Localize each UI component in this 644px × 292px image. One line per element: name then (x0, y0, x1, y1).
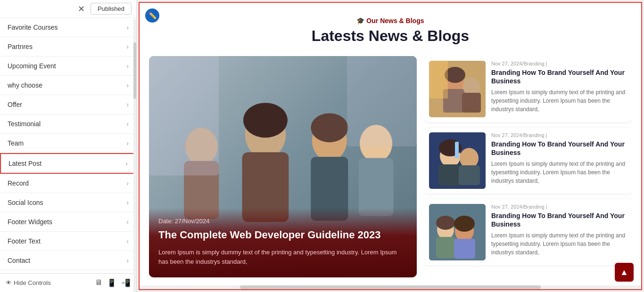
post-thumb-2 (429, 132, 486, 189)
news-grid: Date: 27/Nov/2024 The Complete Web Devel… (149, 56, 632, 277)
post-info-1: Nov 27, 2024/Branding | Branding How To … (491, 61, 627, 114)
sidebar-item-team[interactable]: Team › (0, 134, 136, 153)
desktop-icon[interactable]: 🖥 (95, 278, 102, 287)
featured-post-card[interactable]: Date: 27/Nov/2024 The Complete Web Devel… (149, 56, 417, 277)
sidebar-item-label: Contact (8, 257, 30, 264)
tablet-icon[interactable]: 📱 (107, 278, 116, 287)
sidebar-item-record[interactable]: Record › (0, 174, 136, 193)
footer-icons: 🖥 📱 📲 (95, 278, 131, 287)
svg-point-30 (436, 216, 455, 230)
sidebar-item-social-icons[interactable]: Social Icons › (0, 193, 136, 212)
published-button[interactable]: Published (91, 3, 132, 15)
eye-icon: 👁 (6, 279, 12, 286)
news-section: 🎓 Our News & Blogs Latests News & Blogs (140, 3, 641, 287)
svg-rect-26 (455, 142, 459, 158)
sidebar-item-label: Testimonial (8, 120, 41, 128)
svg-rect-11 (149, 56, 219, 176)
chevron-right-icon: › (126, 199, 129, 206)
post-title-1: Branding How To Brand Yourself And Your … (491, 68, 627, 85)
post-card-2[interactable]: Nov 27, 2024/Branding | Branding How To … (424, 128, 632, 194)
svg-point-33 (454, 216, 475, 232)
chevron-right-icon: › (126, 24, 129, 31)
sidebar-item-label: Social Icons (8, 199, 43, 206)
mobile-icon[interactable]: 📲 (121, 278, 131, 287)
svg-rect-29 (436, 237, 455, 258)
sidebar-item-footer-widgets[interactable]: Footer Widgets › (0, 212, 136, 232)
post-desc-3: Lorem Ipsum is simply dummy text of the … (491, 231, 627, 257)
svg-rect-18 (462, 93, 481, 113)
post-thumb-1 (429, 61, 486, 117)
chevron-right-icon: › (126, 237, 129, 245)
svg-rect-8 (359, 158, 394, 216)
svg-point-3 (243, 103, 288, 138)
featured-post-overlay: Date: 27/Nov/2024 The Complete Web Devel… (149, 208, 417, 277)
sidebar-item-label: why choose (8, 81, 42, 89)
post-card-3[interactable]: Nov 27, 2024/Branding | Branding How To … (424, 199, 632, 265)
sidebar-item-label: Footer Widgets (8, 218, 52, 226)
scroll-to-top-button[interactable]: ▲ (615, 263, 634, 282)
chevron-right-icon: › (125, 160, 128, 167)
featured-post-date: Date: 27/Nov/2024 (158, 218, 407, 225)
sidebar-item-label: Offer (8, 101, 22, 108)
sidebar-item-label: Record (8, 179, 29, 187)
post-info-3: Nov 27, 2024/Branding | Branding How To … (491, 204, 627, 257)
post-card-1[interactable]: Nov 27, 2024/Branding | Branding How To … (424, 56, 632, 122)
post-desc-1: Lorem Ipsum is simply dummy text of the … (491, 88, 627, 114)
sidebar-item-footer-text[interactable]: Footer Text › (0, 232, 136, 251)
main-content-area: ✏️ 🎓 Our News & Blogs Latests News & Blo… (139, 2, 642, 290)
sidebar-item-label: Favorite Courses (8, 24, 58, 31)
post-meta-2: Nov 27, 2024/Branding | (491, 132, 627, 138)
section-label: 🎓 Our News & Blogs (149, 17, 632, 24)
right-posts-list: Nov 27, 2024/Branding | Branding How To … (424, 56, 632, 277)
sidebar-footer: 👁 Hide Controls 🖥 📱 📲 (0, 273, 136, 292)
sidebar-item-label: Partnres (8, 43, 33, 50)
sidebar-scrollbar[interactable] (133, 19, 136, 292)
edit-icon[interactable]: ✏️ (145, 8, 159, 23)
post-desc-2: Lorem Ipsum is simply dummy text of the … (491, 160, 627, 185)
chevron-right-icon: › (126, 139, 129, 147)
sidebar-item-offer[interactable]: Offer › (0, 95, 136, 114)
sidebar-item-latest-post[interactable]: Latest Post › (0, 153, 136, 174)
post-meta-3: Nov 27, 2024/Branding | (491, 204, 627, 210)
sidebar-header: ✕ Published (0, 0, 136, 18)
svg-rect-12 (347, 56, 417, 146)
sidebar-item-label: Latest Post (8, 160, 41, 167)
horizontal-scrollbar[interactable] (140, 285, 641, 289)
svg-rect-22 (438, 164, 462, 186)
svg-rect-32 (454, 239, 475, 259)
post-info-2: Nov 27, 2024/Branding | Branding How To … (491, 132, 627, 185)
sidebar-items-list: Favorite Courses › Partnres › Upcoming E… (0, 18, 136, 273)
close-button[interactable]: ✕ (76, 4, 87, 14)
section-title: Latests News & Blogs (149, 27, 632, 45)
featured-post-description: Lorem Ipsum is simply dummy text of the … (158, 248, 407, 266)
sidebar-item-contact[interactable]: Contact › (0, 251, 136, 270)
post-title-2: Branding How To Brand Yourself And Your … (491, 140, 627, 157)
chevron-right-icon: › (126, 179, 129, 187)
chevron-right-icon: › (126, 81, 129, 89)
sidebar: ✕ Published Favorite Courses › Partnres … (0, 0, 137, 292)
chevron-right-icon: › (126, 218, 129, 226)
sidebar-item-label: Footer Text (8, 237, 41, 245)
post-title-3: Branding How To Brand Yourself And Your … (491, 211, 627, 228)
featured-post-title: The Complete Web Developer Guideline 202… (158, 228, 407, 242)
svg-rect-19 (429, 61, 448, 98)
sidebar-item-upcoming-event[interactable]: Upcoming Event › (0, 57, 136, 76)
chevron-right-icon: › (126, 43, 129, 50)
chevron-right-icon: › (126, 120, 129, 128)
chevron-right-icon: › (126, 257, 129, 264)
sidebar-item-label: Team (8, 139, 24, 147)
sidebar-item-favorite-courses[interactable]: Favorite Courses › (0, 18, 136, 37)
sidebar-item-partnres[interactable]: Partnres › (0, 37, 136, 57)
chevron-right-icon: › (126, 101, 129, 108)
chevron-right-icon: › (126, 62, 129, 70)
sidebar-item-why-choose[interactable]: why choose › (0, 76, 136, 95)
sidebar-item-testimonial[interactable]: Testimonial › (0, 114, 136, 134)
svg-rect-25 (459, 165, 480, 185)
sidebar-item-label: Upcoming Event (8, 62, 56, 70)
post-thumb-3 (429, 204, 486, 260)
hide-controls-label: Hide Controls (14, 279, 51, 286)
hide-controls-button[interactable]: 👁 Hide Controls (6, 279, 51, 286)
post-meta-1: Nov 27, 2024/Branding | (491, 61, 627, 66)
svg-point-6 (311, 113, 348, 142)
